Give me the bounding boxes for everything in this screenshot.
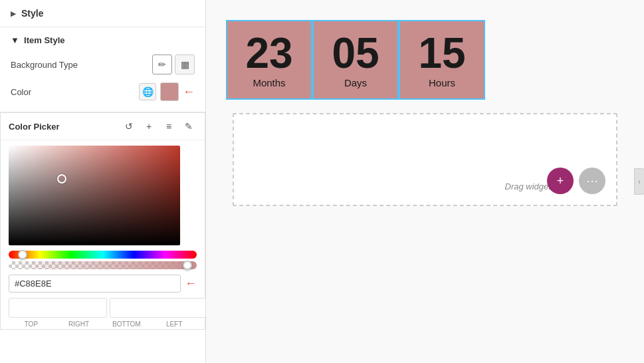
right-panel: 23 Months 05 Days 15 Hours Drag widget h… <box>206 0 644 363</box>
style-arrow-icon: ▶ <box>11 10 16 17</box>
background-type-row: Background Type ✏ ▦ <box>11 55 195 74</box>
padding-bottom-label: BOTTOM <box>104 320 150 328</box>
padding-top-input[interactable] <box>9 298 107 318</box>
color-arrow-indicator: ← <box>183 85 195 99</box>
hex-input-row: ← <box>9 275 197 293</box>
item-style-section: ▼ Item Style Background Type ✏ ▦ Color 🌐 <box>0 27 205 112</box>
color-picker-reset-btn[interactable]: ↺ <box>121 118 137 134</box>
color-swatch[interactable] <box>160 82 179 101</box>
gradient-cursor <box>57 174 66 183</box>
global-icon-btn[interactable]: 🌐 <box>139 83 156 100</box>
fab-buttons: + ⋯ <box>547 168 605 194</box>
plus-icon: + <box>557 174 564 188</box>
alpha-slider-thumb[interactable] <box>183 261 192 270</box>
hue-slider[interactable] <box>9 251 197 259</box>
alpha-slider-container <box>9 261 197 269</box>
color-controls: 🌐 ← <box>139 82 195 101</box>
countdown-hours-value: 15 <box>418 32 465 74</box>
hue-slider-thumb[interactable] <box>18 250 27 259</box>
color-row: Color 🌐 ← <box>11 82 195 101</box>
countdown-days-value: 05 <box>332 32 379 74</box>
alpha-slider[interactable] <box>9 261 197 269</box>
color-picker-add-btn[interactable]: + <box>141 118 157 134</box>
padding-labels: TOP RIGHT BOTTOM LEFT <box>9 320 197 328</box>
countdown-months-value: 23 <box>245 32 292 74</box>
fab-plus-btn[interactable]: + <box>547 168 574 194</box>
countdown-item-hours: 15 Hours <box>399 20 485 100</box>
countdown-item-months: 23 Months <box>226 20 312 100</box>
more-icon: ⋯ <box>586 174 598 188</box>
padding-row: 🔗 <box>9 298 197 318</box>
globe-icon: 🌐 <box>142 86 154 97</box>
fab-gray-btn[interactable]: ⋯ <box>579 168 605 194</box>
background-type-label: Background Type <box>11 60 78 70</box>
pencil-icon: ✏ <box>158 59 166 70</box>
gradient-background-btn[interactable]: ▦ <box>175 55 195 74</box>
countdown-area: 23 Months 05 Days 15 Hours <box>226 20 617 100</box>
padding-right-input[interactable] <box>110 298 206 318</box>
countdown-hours-label: Hours <box>429 77 455 88</box>
countdown-days-label: Days <box>344 77 367 88</box>
solid-background-btn[interactable]: ✏ <box>152 55 172 74</box>
color-picker-header: Color Picker ↺ + ≡ ✎ <box>1 113 205 140</box>
color-picker-title: Color Picker <box>9 122 117 132</box>
gradient-icon: ▦ <box>181 59 189 70</box>
style-section-label: Style <box>21 8 43 19</box>
hex-input[interactable] <box>9 275 181 293</box>
hex-arrow-indicator: ← <box>185 277 197 291</box>
background-type-controls: ✏ ▦ <box>152 55 195 74</box>
countdown-item-days: 05 Days <box>312 20 399 100</box>
item-style-arrow: ▼ <box>11 35 19 45</box>
hue-slider-container <box>9 251 197 259</box>
style-section-header[interactable]: ▶ Style <box>0 0 205 27</box>
drag-area[interactable]: Drag widget he + ⋯ <box>233 113 617 206</box>
color-picker-eyedropper-btn[interactable]: ✎ <box>181 118 197 134</box>
color-gradient-canvas[interactable] <box>9 146 180 245</box>
color-label: Color <box>11 87 31 97</box>
color-picker-list-btn[interactable]: ≡ <box>161 118 177 134</box>
countdown-months-label: Months <box>253 77 285 88</box>
left-panel: ▶ Style ▼ Item Style Background Type ✏ ▦… <box>0 0 206 363</box>
padding-right-label: RIGHT <box>56 320 102 328</box>
item-style-label: ▼ Item Style <box>11 35 195 45</box>
padding-left-label: LEFT <box>152 320 197 328</box>
color-picker-panel: Color Picker ↺ + ≡ ✎ ← <box>0 112 205 330</box>
padding-top-label: TOP <box>9 320 54 328</box>
